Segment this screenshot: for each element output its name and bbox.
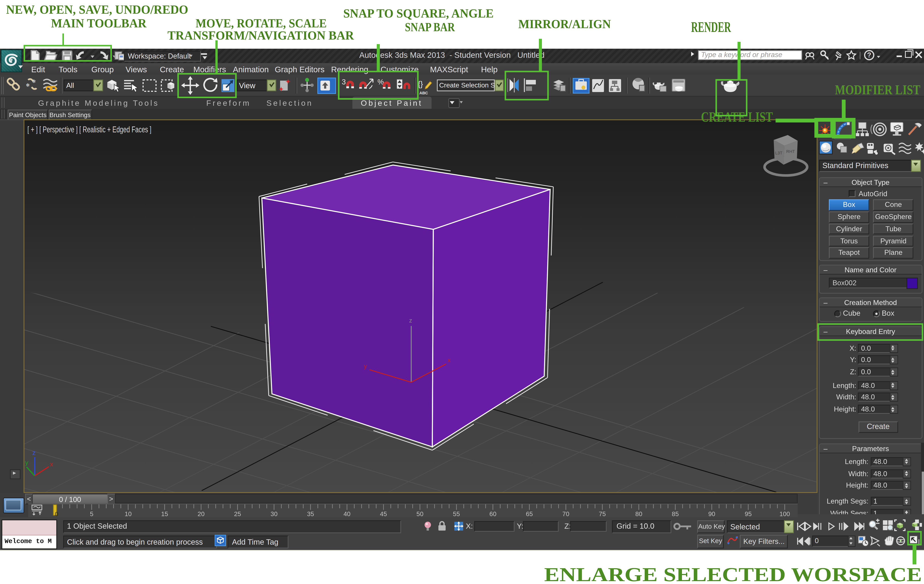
svg-text:x: x — [50, 461, 53, 467]
svg-text:75: 75 — [599, 510, 606, 517]
svg-text:RHT: RHT — [786, 149, 794, 154]
svg-text:All: All — [66, 81, 74, 89]
svg-text:z: z — [409, 317, 412, 324]
svg-text:{}: {} — [418, 79, 423, 88]
svg-text:25: 25 — [234, 510, 241, 517]
svg-text:70: 70 — [562, 510, 569, 517]
svg-text:15: 15 — [161, 510, 168, 517]
svg-text:100: 100 — [779, 510, 790, 517]
svg-text:30: 30 — [271, 510, 277, 517]
svg-text:✦: ✦ — [285, 78, 290, 85]
svg-text:35: 35 — [307, 510, 314, 517]
svg-text:45: 45 — [380, 510, 387, 517]
svg-text:10: 10 — [125, 510, 132, 517]
svg-text:40: 40 — [343, 510, 350, 517]
svg-text:y: y — [363, 363, 366, 370]
svg-text:50: 50 — [416, 510, 424, 517]
svg-text:L3T: L3T — [775, 151, 782, 155]
svg-text:95: 95 — [745, 510, 752, 517]
svg-text:✻: ✻ — [32, 78, 36, 84]
svg-text:80: 80 — [635, 510, 642, 517]
svg-text:View: View — [239, 81, 255, 89]
svg-text:85: 85 — [672, 510, 679, 517]
svg-text:z: z — [32, 449, 35, 456]
svg-text:0: 0 — [55, 511, 58, 517]
svg-text:✦: ✦ — [279, 86, 284, 92]
svg-text:Create Selection Se: Create Selection Se — [439, 81, 499, 89]
svg-text:?: ? — [867, 51, 871, 59]
svg-text:y: y — [25, 459, 28, 466]
svg-text:65: 65 — [526, 510, 533, 517]
svg-text:90: 90 — [708, 510, 715, 517]
svg-text:x: x — [447, 357, 450, 364]
svg-text:ABC: ABC — [419, 90, 428, 95]
svg-text:60: 60 — [489, 510, 497, 517]
svg-text:5: 5 — [90, 510, 93, 517]
svg-text:✻: ✻ — [26, 82, 30, 87]
svg-text:55: 55 — [453, 510, 460, 517]
svg-text:20: 20 — [198, 510, 205, 517]
